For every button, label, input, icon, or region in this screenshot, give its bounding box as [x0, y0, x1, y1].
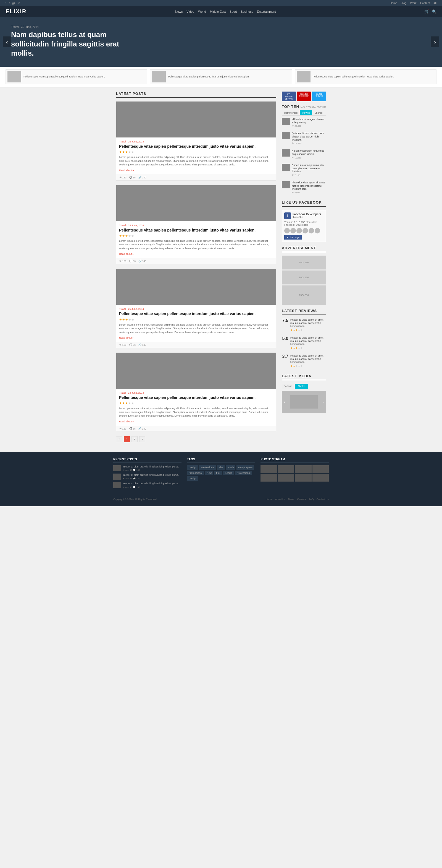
social-icon-gp[interactable]: g+: [12, 2, 15, 5]
post-read-more-2[interactable]: Read about ▸: [119, 252, 273, 255]
footer-photo-4[interactable]: [312, 465, 329, 473]
tag-design-2[interactable]: Design: [223, 471, 234, 475]
footer-tags-list: Design Professional Flat Fresh Multipurp…: [187, 465, 255, 481]
nav-sport[interactable]: Sport: [230, 10, 237, 13]
like-us-info: Facebook Developers fb.me/fbe: [293, 213, 321, 219]
topbar-link-work[interactable]: Work: [410, 2, 417, 5]
tw-follow-button[interactable]: 77,461 Followers: [312, 92, 326, 101]
yt-subscribe-button[interactable]: 4,321,500 Subscriber: [297, 92, 311, 101]
like-page-button[interactable]: ♥ Like page: [284, 235, 302, 240]
media-next-button[interactable]: ›: [322, 400, 324, 404]
footer-link-news[interactable]: News: [288, 498, 295, 501]
nav-video[interactable]: Video: [186, 10, 194, 13]
topbar-link-home[interactable]: Home: [390, 2, 397, 5]
footer-photo-1[interactable]: [261, 465, 277, 473]
tag-professional-3[interactable]: Professional: [235, 471, 252, 475]
post-read-more-1[interactable]: Read about ▸: [119, 169, 273, 172]
nav-world[interactable]: World: [198, 10, 206, 13]
footer-photo-3[interactable]: [295, 465, 311, 473]
post-label-3: Travel - 25 June, 2014: [119, 308, 273, 310]
media-tab-videos[interactable]: Videos: [282, 384, 295, 389]
face-6: [315, 228, 320, 234]
tag-fresh[interactable]: Fresh: [226, 465, 235, 470]
topbar-link-blog[interactable]: Blog: [401, 2, 406, 5]
featured-item-3[interactable]: Pellentesque vitae sapien pellentesque i…: [295, 69, 437, 84]
post-title-2[interactable]: Pellentesque vitae sapien pellentesque i…: [119, 228, 273, 232]
top-thumb-3: [282, 149, 290, 157]
post-read-more-3[interactable]: Read about ▸: [119, 336, 273, 339]
tag-design-1[interactable]: Design: [187, 465, 198, 470]
hero-next-button[interactable]: ›: [431, 36, 439, 47]
page-1[interactable]: 1: [124, 436, 130, 442]
review-stars-2: ★★★★★: [290, 347, 326, 350]
social-icon-tw[interactable]: t: [9, 2, 10, 5]
top-item-views-3: 👁 13,060: [292, 157, 326, 159]
footer-link-careers[interactable]: Careers: [297, 498, 306, 501]
tab-shared[interactable]: Shared: [312, 111, 325, 115]
top-thumb-5: [282, 181, 290, 188]
post-stars-4: ★★★★★: [119, 401, 273, 405]
footer-columns: Recent Posts Integer at diam gravida fri…: [113, 458, 329, 491]
nav-entertainment[interactable]: Entertainment: [257, 10, 276, 13]
latest-reviews-title: LATEST REVIEWS: [282, 309, 326, 315]
media-slider: ‹ ›: [282, 391, 326, 413]
tag-design-3[interactable]: Design: [187, 476, 198, 481]
media-tab-photos[interactable]: Photos: [295, 384, 308, 389]
social-icon-fb[interactable]: f: [5, 2, 6, 5]
post-views-3: 👁 180: [119, 344, 127, 346]
page-prev[interactable]: ‹: [116, 436, 122, 442]
tag-flat-1[interactable]: Flat: [217, 465, 225, 470]
featured-item-2[interactable]: Pellentesque vitae sapien pellentesque i…: [150, 69, 292, 84]
footer-link-home[interactable]: Home: [266, 498, 272, 501]
header: ELIXIR News Video World Middle East Spor…: [0, 6, 442, 17]
post-title-3[interactable]: Pellentesque vitae sapien pellentesque i…: [119, 311, 273, 316]
period-day[interactable]: DAY: [301, 105, 306, 108]
fb-fans-button[interactable]: FB PAGES 25 FANS: [282, 92, 296, 101]
social-buttons: FB PAGES 25 FANS 4,321,500 Subscriber 77…: [282, 92, 326, 101]
search-icon[interactable]: 🔍: [432, 9, 437, 14]
hero-prev-button[interactable]: ‹: [3, 36, 11, 47]
yt-sub-label: 4,321,500 Subscriber: [299, 93, 309, 97]
cart-icon[interactable]: 🛒: [424, 9, 429, 14]
period-week[interactable]: WEEK: [307, 105, 315, 108]
page-2[interactable]: 2: [132, 436, 138, 442]
post-shares-4: 🔗 140: [138, 427, 146, 430]
tag-flat-2[interactable]: Flat: [214, 471, 222, 475]
review-item-3: 3.7 Phasellus vitae quam sit amet mauris…: [282, 354, 326, 370]
nav-middle-east[interactable]: Middle East: [210, 10, 226, 13]
period-month[interactable]: MONTH: [317, 105, 326, 108]
nav-news[interactable]: News: [175, 10, 183, 13]
footer-photo-6[interactable]: [278, 474, 294, 482]
tab-viewed[interactable]: Viewed: [300, 111, 312, 115]
footer-link-contact[interactable]: Contact Us: [316, 498, 329, 501]
tag-multipurpose[interactable]: Multipurpose: [236, 465, 254, 470]
top-item-text-1: Militants post images of mass killing in…: [292, 118, 326, 124]
footer-link-about[interactable]: About Us: [275, 498, 285, 501]
fb-faces: [284, 228, 324, 234]
footer-photo-2[interactable]: [278, 465, 294, 473]
post-views-4: 👁 180: [119, 427, 127, 430]
footer-photo-8[interactable]: [312, 474, 329, 482]
post-title-4[interactable]: Pellentesque vitae sapien pellentesque i…: [119, 395, 273, 400]
footer-thumb-1: [113, 465, 121, 471]
footer-photo-7[interactable]: [295, 474, 311, 482]
nav-business[interactable]: Business: [241, 10, 253, 13]
post-read-more-4[interactable]: Read about ▸: [119, 420, 273, 423]
featured-item-1[interactable]: Pellentesque vitae sapien pellentesque i…: [5, 69, 147, 84]
tw-follow-label: 77,461 Followers: [314, 93, 324, 97]
media-prev-button[interactable]: ‹: [284, 400, 285, 404]
post-title-1[interactable]: Pellentesque vitae sapien pellentesque i…: [119, 144, 273, 149]
footer-photo-5[interactable]: [261, 474, 277, 482]
tag-professional-2[interactable]: Professional: [187, 471, 204, 475]
footer-tags-title: Tags: [187, 458, 255, 463]
featured-text-3: Pellentesque vitae sapien pellentesque i…: [313, 75, 394, 79]
tag-professional-1[interactable]: Professional: [199, 465, 216, 470]
tag-new[interactable]: New: [205, 471, 213, 475]
review-score-1: 7.5: [282, 318, 289, 323]
topbar-link-all[interactable]: All: [434, 2, 437, 5]
topbar-link-contact[interactable]: Contact: [420, 2, 430, 5]
tab-commented[interactable]: Commented: [282, 111, 300, 115]
page-next[interactable]: ›: [139, 436, 145, 442]
footer-link-faq[interactable]: FAQ: [309, 498, 313, 501]
social-icon-in[interactable]: in: [18, 2, 20, 5]
